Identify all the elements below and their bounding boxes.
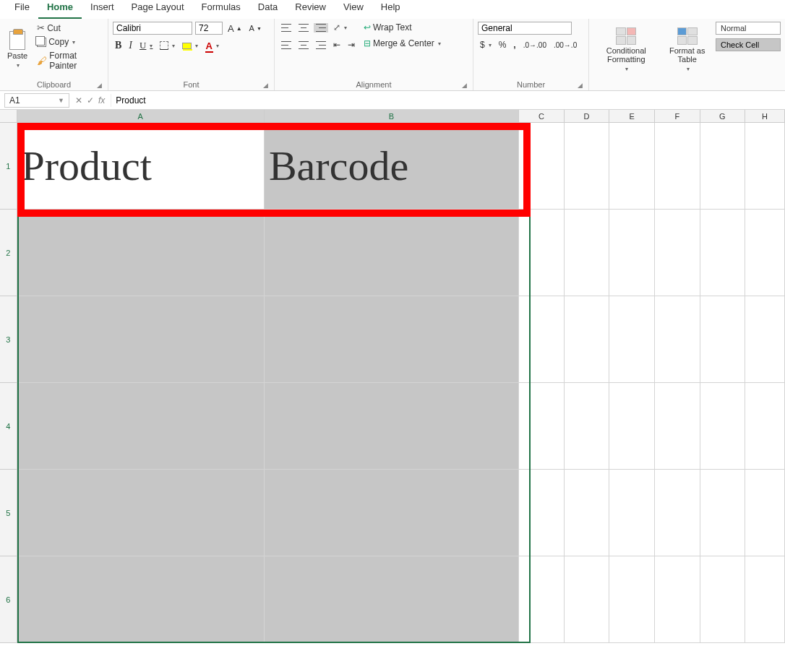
cell-F6[interactable]: [655, 556, 700, 643]
orientation-button[interactable]: ⤢: [331, 22, 349, 33]
col-header-g[interactable]: G: [700, 110, 746, 122]
cell-G5[interactable]: [700, 470, 746, 556]
row-header-3[interactable]: 3: [0, 296, 17, 383]
cell-style-check[interactable]: Check Cell: [716, 38, 781, 51]
cell-H5[interactable]: [745, 470, 785, 556]
paste-button[interactable]: Paste: [4, 22, 30, 79]
cell-C6[interactable]: [519, 556, 565, 643]
cell-A3[interactable]: [17, 296, 265, 383]
cell-F3[interactable]: [655, 296, 700, 383]
tab-insert[interactable]: Insert: [82, 0, 123, 19]
cell-C1[interactable]: [519, 123, 565, 210]
cell-A2[interactable]: [17, 210, 265, 296]
enter-formula-button[interactable]: ✓: [87, 95, 94, 105]
row-header-5[interactable]: 5: [0, 470, 17, 556]
wrap-text-button[interactable]: ↩Wrap Text: [361, 22, 443, 33]
dialog-launcher-icon[interactable]: ◢: [462, 82, 467, 89]
formula-input[interactable]: [111, 94, 785, 107]
cell-B6[interactable]: [265, 556, 519, 643]
cell-E1[interactable]: [609, 123, 655, 210]
cell-D3[interactable]: [565, 296, 610, 383]
select-all-corner[interactable]: [0, 110, 17, 122]
cell-A5[interactable]: [17, 470, 265, 556]
cell-F2[interactable]: [655, 210, 700, 296]
cell-H3[interactable]: [745, 296, 785, 383]
cell-G2[interactable]: [700, 210, 746, 296]
font-color-button[interactable]: A: [203, 40, 220, 52]
align-center-button[interactable]: [296, 40, 311, 50]
col-header-a[interactable]: A: [17, 110, 265, 122]
borders-button[interactable]: [158, 40, 177, 51]
cell-E2[interactable]: [609, 210, 655, 296]
dialog-launcher-icon[interactable]: ◢: [97, 82, 102, 89]
cell-H2[interactable]: [745, 210, 785, 296]
cell-B3[interactable]: [265, 296, 519, 383]
dialog-launcher-icon[interactable]: ◢: [263, 82, 268, 89]
cell-H4[interactable]: [745, 383, 785, 470]
cell-F5[interactable]: [655, 470, 700, 556]
cell-G4[interactable]: [700, 383, 746, 470]
name-box[interactable]: A1▼: [4, 93, 69, 108]
cell-A1[interactable]: Product: [17, 123, 265, 210]
cell-G6[interactable]: [700, 556, 746, 643]
number-format-select[interactable]: [478, 22, 572, 35]
tab-formulas[interactable]: Formulas: [193, 0, 249, 19]
conditional-formatting-button[interactable]: Conditional Formatting: [593, 22, 659, 79]
cell-E4[interactable]: [609, 383, 655, 470]
cell-style-normal[interactable]: Normal: [716, 22, 781, 35]
row-header-4[interactable]: 4: [0, 383, 17, 470]
decrease-decimal-button[interactable]: .00→.0: [552, 40, 579, 50]
cell-B1[interactable]: Barcode: [265, 123, 519, 210]
format-as-table-button[interactable]: Format as Table: [663, 22, 711, 79]
dialog-launcher-icon[interactable]: ◢: [578, 82, 583, 89]
tab-view[interactable]: View: [335, 0, 372, 19]
tab-home[interactable]: Home: [38, 0, 82, 19]
format-painter-button[interactable]: 🖌Format Painter: [35, 50, 103, 72]
comma-button[interactable]: ,: [511, 39, 518, 51]
decrease-indent-button[interactable]: ⇤: [331, 39, 343, 51]
cell-E3[interactable]: [609, 296, 655, 383]
cell-E5[interactable]: [609, 470, 655, 556]
cell-H1[interactable]: [745, 123, 785, 210]
row-header-1[interactable]: 1: [0, 123, 17, 210]
cell-C2[interactable]: [519, 210, 565, 296]
align-middle-button[interactable]: [296, 23, 311, 33]
cell-B4[interactable]: [265, 383, 519, 470]
tab-data[interactable]: Data: [249, 0, 286, 19]
cell-C3[interactable]: [519, 296, 565, 383]
increase-font-button[interactable]: A▲: [226, 22, 244, 35]
tab-help[interactable]: Help: [372, 0, 409, 19]
row-header-2[interactable]: 2: [0, 210, 17, 296]
align-top-button[interactable]: [279, 23, 293, 33]
copy-button[interactable]: Copy: [35, 36, 103, 48]
cell-D2[interactable]: [565, 210, 610, 296]
cell-A4[interactable]: [17, 383, 265, 470]
fill-color-button[interactable]: [180, 42, 200, 50]
italic-button[interactable]: I: [126, 39, 134, 52]
percent-button[interactable]: %: [497, 39, 509, 51]
cell-C5[interactable]: [519, 470, 565, 556]
cell-E6[interactable]: [609, 556, 655, 643]
tab-page-layout[interactable]: Page Layout: [123, 0, 193, 19]
cell-D4[interactable]: [565, 383, 610, 470]
bold-button[interactable]: B: [113, 39, 124, 52]
decrease-font-button[interactable]: A▼: [247, 23, 264, 33]
cell-F4[interactable]: [655, 383, 700, 470]
increase-indent-button[interactable]: ⇥: [346, 39, 357, 51]
cell-D1[interactable]: [565, 123, 610, 210]
increase-decimal-button[interactable]: .0→.00: [521, 40, 549, 50]
cancel-formula-button[interactable]: ✕: [75, 95, 82, 105]
cell-G1[interactable]: [700, 123, 746, 210]
merge-center-button[interactable]: ⊟Merge & Center: [361, 38, 443, 49]
col-header-d[interactable]: D: [565, 110, 610, 122]
align-bottom-button[interactable]: [314, 23, 328, 33]
col-header-b[interactable]: B: [265, 110, 519, 122]
row-header-6[interactable]: 6: [0, 556, 17, 643]
cell-D5[interactable]: [565, 470, 610, 556]
fx-button[interactable]: fx: [98, 95, 105, 105]
align-right-button[interactable]: [314, 40, 328, 50]
font-size-select[interactable]: [195, 22, 223, 35]
font-name-select[interactable]: [113, 22, 192, 35]
col-header-c[interactable]: C: [519, 110, 565, 122]
cell-B2[interactable]: [265, 210, 519, 296]
